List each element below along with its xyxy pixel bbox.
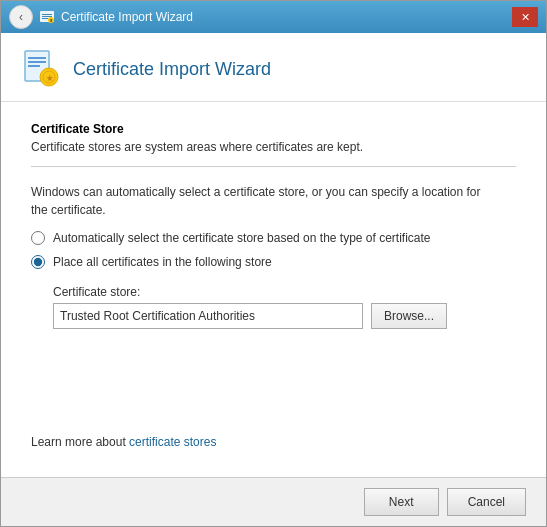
title-bar-controls: ✕ <box>512 7 538 27</box>
radio-manual-input[interactable] <box>31 255 45 269</box>
store-section: Certificate store: Browse... <box>53 285 516 329</box>
radio-manual-label: Place all certificates in the following … <box>53 255 272 269</box>
title-bar-left: ‹ $ Certificate Import Wizard <box>9 5 512 29</box>
cancel-button[interactable]: Cancel <box>447 488 526 516</box>
radio-manual[interactable]: Place all certificates in the following … <box>31 255 516 269</box>
section-description: Certificate stores are system areas wher… <box>31 140 516 154</box>
svg-text:★: ★ <box>46 74 54 83</box>
info-text-normal: the certificate. <box>31 203 106 217</box>
wizard-title: Certificate Import Wizard <box>73 59 271 80</box>
store-input[interactable] <box>53 303 363 329</box>
divider <box>31 166 516 167</box>
svg-rect-1 <box>42 14 52 15</box>
radio-auto-label: Automatically select the certificate sto… <box>53 231 431 245</box>
close-button[interactable]: ✕ <box>512 7 538 27</box>
radio-auto-input[interactable] <box>31 231 45 245</box>
certificate-icon: ★ <box>21 49 61 89</box>
svg-rect-8 <box>28 61 46 63</box>
learn-more: Learn more about certificate stores <box>31 435 516 449</box>
browse-button[interactable]: Browse... <box>371 303 447 329</box>
title-bar-title: Certificate Import Wizard <box>61 10 193 24</box>
svg-rect-3 <box>42 18 48 19</box>
radio-auto[interactable]: Automatically select the certificate sto… <box>31 231 516 245</box>
section-title: Certificate Store <box>31 122 516 136</box>
learn-more-link[interactable]: certificate stores <box>129 435 216 449</box>
wizard-content: ★ Certificate Import Wizard Certificate … <box>1 33 546 526</box>
next-button[interactable]: Next <box>364 488 439 516</box>
wizard-window: ‹ $ Certificate Import Wizard ✕ <box>0 0 547 527</box>
learn-more-prefix: Learn more about <box>31 435 129 449</box>
wizard-header: ★ Certificate Import Wizard <box>1 33 546 102</box>
back-button[interactable]: ‹ <box>9 5 33 29</box>
title-bar-icon: $ <box>39 9 55 25</box>
svg-rect-2 <box>42 16 52 17</box>
spacer <box>31 329 516 435</box>
title-bar: ‹ $ Certificate Import Wizard ✕ <box>1 1 546 33</box>
svg-rect-9 <box>28 65 40 67</box>
info-text: Windows can automatically select a certi… <box>31 183 516 219</box>
store-label: Certificate store: <box>53 285 516 299</box>
wizard-footer: Next Cancel <box>1 477 546 526</box>
radio-group: Automatically select the certificate sto… <box>31 231 516 269</box>
svg-rect-7 <box>28 57 46 59</box>
store-row: Browse... <box>53 303 516 329</box>
info-text-blue: Windows can automatically select a certi… <box>31 185 481 199</box>
wizard-body: Certificate Store Certificate stores are… <box>1 102 546 477</box>
